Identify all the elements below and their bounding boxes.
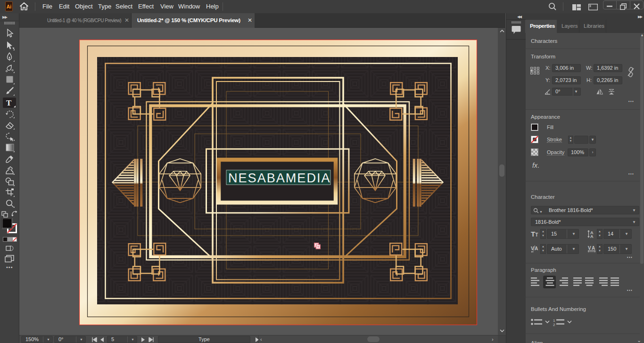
svg-text:NESABAMEDIA: NESABAMEDIA <box>228 171 331 185</box>
svg-text:A: A <box>592 245 595 251</box>
svg-text:2: 2 <box>553 323 555 327</box>
svg-text:Ai: Ai <box>7 4 12 9</box>
svg-text:A: A <box>590 234 594 238</box>
svg-text:V: V <box>588 245 591 251</box>
svg-text:1: 1 <box>553 318 555 323</box>
svg-text:A: A <box>535 246 538 251</box>
